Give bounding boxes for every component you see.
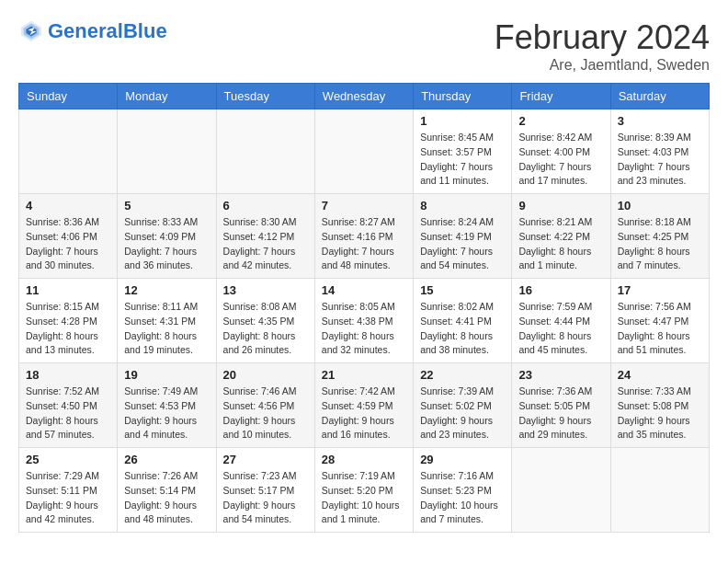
day-info: Sunrise: 7:19 AM Sunset: 5:20 PM Dayligh…: [322, 469, 406, 527]
day-number: 16: [518, 283, 603, 297]
day-info: Sunrise: 8:30 AM Sunset: 4:12 PM Dayligh…: [223, 215, 308, 273]
calendar-week-row: 25Sunrise: 7:29 AM Sunset: 5:11 PM Dayli…: [19, 448, 710, 533]
day-info: Sunrise: 8:02 AM Sunset: 4:41 PM Dayligh…: [420, 300, 505, 358]
calendar-cell: 8Sunrise: 8:24 AM Sunset: 4:19 PM Daylig…: [414, 194, 512, 279]
calendar-cell: 28Sunrise: 7:19 AM Sunset: 5:20 PM Dayli…: [314, 448, 413, 533]
calendar-cell: 13Sunrise: 8:08 AM Sunset: 4:35 PM Dayli…: [216, 279, 314, 363]
logo-general: General: [48, 19, 123, 42]
day-number: 27: [223, 453, 308, 466]
day-info: Sunrise: 7:52 AM Sunset: 4:50 PM Dayligh…: [26, 385, 110, 442]
month-title: February 2024: [495, 18, 710, 57]
calendar-cell: 25Sunrise: 7:29 AM Sunset: 5:11 PM Dayli…: [19, 448, 118, 533]
day-number: 9: [518, 199, 603, 213]
day-number: 1: [420, 114, 505, 128]
day-number: 8: [420, 199, 505, 213]
calendar-cell: [610, 448, 709, 533]
day-number: 15: [420, 283, 505, 297]
day-number: 26: [124, 453, 209, 466]
calendar-cell: 1Sunrise: 8:45 AM Sunset: 3:57 PM Daylig…: [414, 109, 512, 194]
day-number: 6: [223, 199, 308, 213]
day-info: Sunrise: 8:24 AM Sunset: 4:19 PM Dayligh…: [420, 215, 505, 273]
day-number: 4: [26, 199, 110, 213]
day-info: Sunrise: 7:26 AM Sunset: 5:14 PM Dayligh…: [124, 469, 209, 527]
calendar-cell: 9Sunrise: 8:21 AM Sunset: 4:22 PM Daylig…: [512, 194, 610, 279]
day-info: Sunrise: 7:59 AM Sunset: 4:44 PM Dayligh…: [518, 300, 603, 358]
logo-blue: Blue: [123, 19, 167, 42]
column-header-friday: Friday: [512, 84, 610, 109]
calendar-week-row: 18Sunrise: 7:52 AM Sunset: 4:50 PM Dayli…: [19, 363, 710, 448]
column-header-saturday: Saturday: [610, 84, 709, 109]
day-number: 2: [518, 114, 603, 128]
calendar-cell: 3Sunrise: 8:39 AM Sunset: 4:03 PM Daylig…: [610, 109, 709, 194]
day-number: 18: [26, 368, 110, 382]
day-number: 22: [420, 368, 505, 382]
day-number: 12: [124, 283, 209, 297]
day-number: 21: [322, 368, 406, 382]
logo: GeneralBlue: [18, 18, 167, 44]
day-info: Sunrise: 7:23 AM Sunset: 5:17 PM Dayligh…: [223, 469, 308, 527]
day-info: Sunrise: 8:08 AM Sunset: 4:35 PM Dayligh…: [223, 300, 308, 358]
day-info: Sunrise: 7:29 AM Sunset: 5:11 PM Dayligh…: [26, 469, 110, 527]
logo-text: GeneralBlue: [48, 20, 167, 42]
calendar-cell: 15Sunrise: 8:02 AM Sunset: 4:41 PM Dayli…: [414, 279, 512, 363]
calendar-cell: 17Sunrise: 7:56 AM Sunset: 4:47 PM Dayli…: [610, 279, 709, 363]
column-header-tuesday: Tuesday: [216, 84, 314, 109]
column-header-thursday: Thursday: [414, 84, 512, 109]
calendar-cell: 12Sunrise: 8:11 AM Sunset: 4:31 PM Dayli…: [118, 279, 216, 363]
day-info: Sunrise: 8:36 AM Sunset: 4:06 PM Dayligh…: [26, 215, 110, 273]
day-number: 28: [322, 453, 406, 466]
calendar-cell: 5Sunrise: 8:33 AM Sunset: 4:09 PM Daylig…: [118, 194, 216, 279]
calendar-cell: [19, 109, 118, 194]
day-info: Sunrise: 8:11 AM Sunset: 4:31 PM Dayligh…: [124, 300, 209, 358]
calendar-cell: 29Sunrise: 7:16 AM Sunset: 5:23 PM Dayli…: [414, 448, 512, 533]
day-number: 23: [518, 368, 603, 382]
day-info: Sunrise: 7:49 AM Sunset: 4:53 PM Dayligh…: [124, 385, 209, 442]
calendar-cell: 24Sunrise: 7:33 AM Sunset: 5:08 PM Dayli…: [610, 363, 709, 448]
column-header-sunday: Sunday: [19, 84, 118, 109]
page-header: GeneralBlue February 2024 Are, Jaemtland…: [18, 18, 710, 74]
calendar-header-row: SundayMondayTuesdayWednesdayThursdayFrid…: [19, 84, 710, 109]
title-block: February 2024 Are, Jaemtland, Sweden: [495, 18, 710, 74]
day-info: Sunrise: 8:39 AM Sunset: 4:03 PM Dayligh…: [618, 131, 702, 189]
day-info: Sunrise: 8:27 AM Sunset: 4:16 PM Dayligh…: [322, 215, 406, 273]
day-info: Sunrise: 8:42 AM Sunset: 4:00 PM Dayligh…: [518, 131, 603, 189]
calendar-cell: 27Sunrise: 7:23 AM Sunset: 5:17 PM Dayli…: [216, 448, 314, 533]
column-header-monday: Monday: [118, 84, 216, 109]
calendar-cell: 19Sunrise: 7:49 AM Sunset: 4:53 PM Dayli…: [118, 363, 216, 448]
day-info: Sunrise: 8:21 AM Sunset: 4:22 PM Dayligh…: [518, 215, 603, 273]
day-number: 7: [322, 199, 406, 213]
day-number: 17: [618, 283, 702, 297]
day-info: Sunrise: 8:15 AM Sunset: 4:28 PM Dayligh…: [26, 300, 110, 358]
day-info: Sunrise: 7:33 AM Sunset: 5:08 PM Dayligh…: [618, 385, 702, 442]
day-number: 29: [420, 453, 505, 466]
day-number: 10: [618, 199, 702, 213]
calendar-cell: [118, 109, 216, 194]
day-info: Sunrise: 7:56 AM Sunset: 4:47 PM Dayligh…: [618, 300, 702, 358]
calendar-cell: [216, 109, 314, 194]
day-number: 20: [223, 368, 308, 382]
day-info: Sunrise: 7:42 AM Sunset: 4:59 PM Dayligh…: [322, 385, 406, 442]
calendar-week-row: 4Sunrise: 8:36 AM Sunset: 4:06 PM Daylig…: [19, 194, 710, 279]
calendar-cell: 16Sunrise: 7:59 AM Sunset: 4:44 PM Dayli…: [512, 279, 610, 363]
calendar-cell: 22Sunrise: 7:39 AM Sunset: 5:02 PM Dayli…: [414, 363, 512, 448]
day-number: 11: [26, 283, 110, 297]
calendar-cell: 21Sunrise: 7:42 AM Sunset: 4:59 PM Dayli…: [314, 363, 413, 448]
day-info: Sunrise: 7:46 AM Sunset: 4:56 PM Dayligh…: [223, 385, 308, 442]
calendar-cell: 20Sunrise: 7:46 AM Sunset: 4:56 PM Dayli…: [216, 363, 314, 448]
day-info: Sunrise: 7:36 AM Sunset: 5:05 PM Dayligh…: [518, 385, 603, 442]
calendar-cell: [314, 109, 413, 194]
day-info: Sunrise: 8:45 AM Sunset: 3:57 PM Dayligh…: [420, 131, 505, 189]
day-number: 13: [223, 283, 308, 297]
calendar-cell: 11Sunrise: 8:15 AM Sunset: 4:28 PM Dayli…: [19, 279, 118, 363]
day-info: Sunrise: 8:33 AM Sunset: 4:09 PM Dayligh…: [124, 215, 209, 273]
location: Are, Jaemtland, Sweden: [495, 57, 710, 74]
day-info: Sunrise: 7:39 AM Sunset: 5:02 PM Dayligh…: [420, 385, 505, 442]
calendar-cell: 4Sunrise: 8:36 AM Sunset: 4:06 PM Daylig…: [19, 194, 118, 279]
day-number: 3: [618, 114, 702, 128]
calendar-cell: 2Sunrise: 8:42 AM Sunset: 4:00 PM Daylig…: [512, 109, 610, 194]
calendar-cell: 6Sunrise: 8:30 AM Sunset: 4:12 PM Daylig…: [216, 194, 314, 279]
column-header-wednesday: Wednesday: [314, 84, 413, 109]
logo-icon: [18, 18, 44, 44]
day-info: Sunrise: 8:05 AM Sunset: 4:38 PM Dayligh…: [322, 300, 406, 358]
day-number: 25: [26, 453, 110, 466]
